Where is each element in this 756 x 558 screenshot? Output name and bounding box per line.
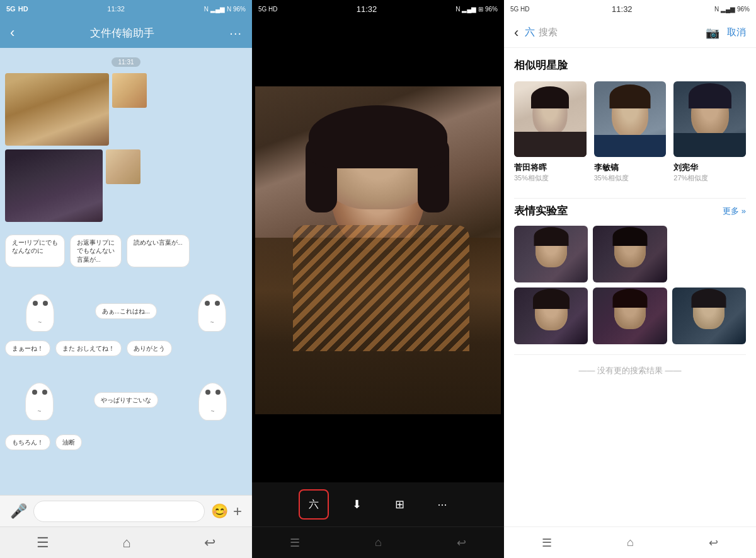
expression-lab-title: 表情实验室 xyxy=(514,204,568,218)
back-nav-2[interactable]: ↩ xyxy=(457,536,466,550)
search-header: ‹ 六 搜索 📷 取消 xyxy=(504,18,756,48)
expr-photo-3[interactable] xyxy=(514,288,588,344)
character-figures-2: やっぱりすごいな xyxy=(5,370,247,421)
mic-button[interactable]: 🎤 xyxy=(10,503,27,520)
bottom-bubble-2: 油断 xyxy=(55,434,82,450)
wifi-icon: ▂▄▆ xyxy=(210,6,225,13)
more-icon-2: ··· xyxy=(437,498,447,511)
expr-photo-4[interactable] xyxy=(593,288,667,344)
chat-header: ‹ 文件传输助手 ··· xyxy=(0,18,252,48)
expression-grid xyxy=(514,226,746,344)
more-link[interactable]: 更多 » xyxy=(723,206,746,217)
search-face-icon: 六 xyxy=(309,498,319,511)
expr-photo-5[interactable] xyxy=(672,288,746,344)
similar-faces-title: 相似明星脸 xyxy=(514,58,746,73)
menu-nav-3[interactable]: ☰ xyxy=(542,536,552,550)
more-button[interactable]: ··· xyxy=(427,489,457,520)
character-figures-1: あぁ...これはね... xyxy=(5,281,247,332)
signal-icon: 5G xyxy=(6,5,16,13)
menu-nav-2[interactable]: ☰ xyxy=(290,536,300,550)
time-2: 11:32 xyxy=(357,4,377,14)
photo-row-1 xyxy=(5,73,247,146)
celeb-name-3: 刘宪华 xyxy=(673,162,698,173)
celeb-similarity-2: 35%相似度 xyxy=(594,173,629,183)
status-bar-2: 5G HD 11:32 N ▂▄▆ ⊞ 96% xyxy=(252,0,504,18)
grid-icon: ⊞ xyxy=(395,497,404,511)
photo-row-2 xyxy=(5,149,247,222)
status-bar-left-1: 5G HD xyxy=(6,5,28,13)
photo-image-small-2[interactable] xyxy=(106,149,140,184)
input-bar: 🎤 😊 + xyxy=(0,495,252,526)
photo-hair xyxy=(309,105,447,168)
photo-image-small-1[interactable] xyxy=(112,73,147,108)
speech-bubbles: えー!リプにでもなんなのに お返事リプにでもなんない言葉が... 読めない言葉が… xyxy=(5,235,247,267)
more-icon[interactable]: ··· xyxy=(229,26,242,40)
home-nav-3[interactable]: ⌂ xyxy=(627,536,634,549)
char-fig-2 xyxy=(198,294,226,332)
speech-bubble-6: また おしえてね！ xyxy=(55,340,122,356)
expr-photo-1[interactable] xyxy=(514,226,588,282)
results-area: 相似明星脸 菅田将晖 35%相似度 李敏镐 xyxy=(504,48,756,526)
celebrity-card-3[interactable]: 刘宪华 27%相似度 xyxy=(673,81,746,183)
expr-photo-2[interactable] xyxy=(593,226,667,282)
search-face-button[interactable]: 六 xyxy=(299,489,329,520)
header-left: ‹ 六 搜索 xyxy=(514,25,558,41)
viewer-toolbar: 六 ⬇ ⊞ ··· xyxy=(252,482,504,526)
search-area[interactable]: 六 搜索 xyxy=(525,26,558,39)
celebrity-card-2[interactable]: 李敏镐 35%相似度 xyxy=(594,81,667,183)
home-nav-icon[interactable]: ⌂ xyxy=(122,535,130,551)
download-button[interactable]: ⬇ xyxy=(341,489,372,520)
expr-photo-placeholder xyxy=(672,226,746,282)
message-input[interactable] xyxy=(33,501,205,522)
celebrities-row: 菅田将晖 35%相似度 李敏镐 35%相似度 刘 xyxy=(514,81,746,183)
add-button[interactable]: + xyxy=(233,503,242,520)
back-nav-icon[interactable]: ↩ xyxy=(204,535,215,551)
status-bar-1: 5G HD 11:32 N ▂▄▆ N 96% xyxy=(0,0,252,18)
char-fig-3 xyxy=(25,383,54,421)
celeb-photo-1 xyxy=(514,81,587,157)
speech-bubble-2: お返事リプにでもなんない言葉が... xyxy=(70,235,122,267)
camera-icon[interactable]: 📷 xyxy=(706,26,719,40)
back-button-3[interactable]: ‹ xyxy=(514,25,518,41)
menu-nav-icon[interactable]: ☰ xyxy=(37,535,49,551)
chat-area[interactable]: 11:31 えー!リプにでもなんなのに お xyxy=(0,48,252,495)
back-icon[interactable]: ‹ xyxy=(10,25,14,41)
panel-wechat: 5G HD 11:32 N ▂▄▆ N 96% ‹ 文件传输助手 ··· 11:… xyxy=(0,0,252,558)
manga-background: 11:31 えー!リプにでもなんなのに お xyxy=(0,48,252,495)
speech-bubble-5: まぁーね！ xyxy=(5,340,50,356)
cancel-button[interactable]: 取消 xyxy=(727,26,746,38)
battery-1: N 96% xyxy=(227,6,246,13)
celeb-name-1: 菅田将晖 xyxy=(514,162,547,173)
char-fig-4 xyxy=(198,383,227,421)
speech-bubble-3: 読めない言葉が... xyxy=(127,235,190,267)
home-nav-2[interactable]: ⌂ xyxy=(375,536,382,549)
divider-1 xyxy=(514,198,746,199)
manga-panels: 11:31 えー!リプにでもなんなのに お xyxy=(0,48,252,450)
photo-image-2[interactable] xyxy=(5,149,103,222)
photo-viewer-area[interactable] xyxy=(252,18,504,482)
search-label: 搜索 xyxy=(539,26,558,38)
chat-title: 文件传输助手 xyxy=(90,26,154,40)
panel-similar-faces: 5G HD 11:32 N ▂▄▆ 96% ‹ 六 搜索 📷 取消 相似明星脸 xyxy=(504,0,756,558)
speech-bubble-1: えー!リプにでもなんなのに xyxy=(5,235,65,267)
speech-bubble-4: あぁ...これはね... xyxy=(95,303,157,319)
celeb-photo-2 xyxy=(594,81,667,157)
search-face-icon-3: 六 xyxy=(525,26,535,39)
signal-icon-3: 5G HD xyxy=(510,6,530,13)
network-icon: N xyxy=(204,6,209,13)
emoji-button[interactable]: 😊 xyxy=(211,503,228,520)
signal-icon-2: 5G HD xyxy=(258,6,278,13)
back-nav-3[interactable]: ↩ xyxy=(709,536,718,550)
time-1: 11:32 xyxy=(107,5,125,13)
nav-bar-3: ☰ ⌂ ↩ xyxy=(504,526,756,558)
hd-icon: HD xyxy=(18,5,28,13)
speech-bubble-8: やっぱりすごいな xyxy=(94,392,158,408)
celebrity-card-1[interactable]: 菅田将晖 35%相似度 xyxy=(514,81,587,183)
photo-image-1[interactable] xyxy=(5,73,109,146)
message-time: 11:31 xyxy=(5,55,247,67)
header-right: 📷 取消 xyxy=(706,26,746,40)
grid-button[interactable]: ⊞ xyxy=(384,489,415,520)
main-photo xyxy=(255,86,501,414)
expression-lab-header: 表情实验室 更多 » xyxy=(514,204,746,218)
speech-bubble-7: ありがとう xyxy=(127,340,172,356)
